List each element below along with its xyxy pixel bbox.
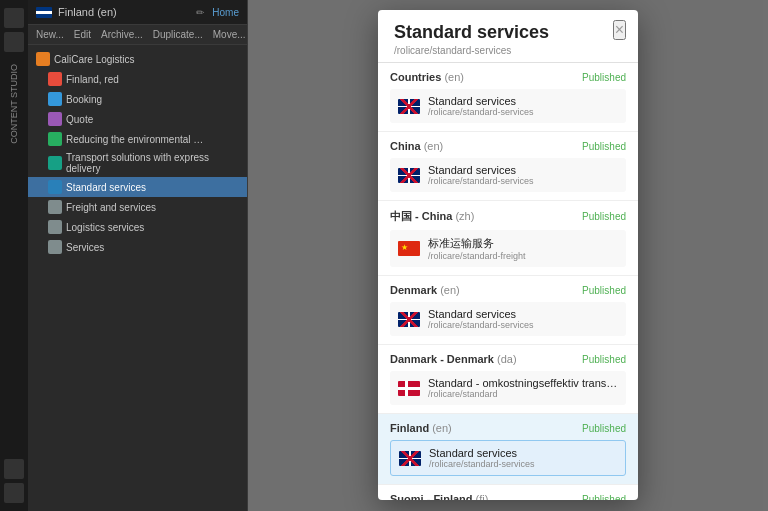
- item-path-denmark-en: /rolicare/standard-services: [428, 320, 618, 330]
- lang-section-denmark-da: Danmark - Denmark (da) Published Standar…: [378, 345, 638, 414]
- lang-section-china-zh: 中国 - China (zh) Published 标准运输服务 /rolica…: [378, 201, 638, 276]
- tree-item-finland-red[interactable]: Finland, red: [28, 69, 247, 89]
- lang-header-finland-en: Finland (en) Published: [390, 422, 626, 434]
- lang-header-denmark-da: Danmark - Denmark (da) Published: [390, 353, 626, 365]
- item-info-china-en: Standard services /rolicare/standard-ser…: [428, 164, 618, 186]
- move-button[interactable]: Move...: [213, 29, 246, 40]
- item-title-denmark-da: Standard - omkostningseffektiv transport…: [428, 377, 618, 389]
- toolbar-icon-2[interactable]: [4, 32, 24, 52]
- item-path-denmark-da: /rolicare/standard: [428, 389, 618, 399]
- app-background: CONTENT STUDIO Finland (en) ✏ Home New..…: [0, 0, 768, 511]
- content-item-finland-en[interactable]: Standard services /rolicare/standard-ser…: [390, 440, 626, 476]
- item-title-finland-en: Standard services: [429, 447, 617, 459]
- lang-name-suomi-fi: Suomi - Finland (fi): [390, 493, 488, 500]
- main-content: Standard services /rolicare/standard-ser…: [248, 0, 768, 511]
- lang-name-denmark-en: Denmark (en): [390, 284, 460, 296]
- lang-header-china-zh: 中国 - China (zh) Published: [390, 209, 626, 224]
- flag-uk-denmark-en: [398, 312, 420, 327]
- tree-item-logistics[interactable]: Logistics services: [28, 217, 247, 237]
- modal-overlay: Standard services /rolicare/standard-ser…: [248, 0, 768, 511]
- modal-close-button[interactable]: ×: [613, 20, 626, 40]
- lang-header-countries: Countries (en) Published: [390, 71, 626, 83]
- published-badge-china-zh: Published: [582, 211, 626, 222]
- sidebar-header: Finland (en) ✏ Home: [28, 0, 247, 25]
- lang-name-finland-en: Finland (en): [390, 422, 452, 434]
- item-path-finland-en: /rolicare/standard-services: [429, 459, 617, 469]
- toolbar-icon-4[interactable]: [4, 483, 24, 503]
- content-item-china-zh[interactable]: 标准运输服务 /rolicare/standard-freight: [390, 230, 626, 267]
- archive-button[interactable]: Archive...: [101, 29, 143, 40]
- content-studio-label: CONTENT STUDIO: [9, 64, 19, 144]
- item-info-countries: Standard services /rolicare/standard-ser…: [428, 95, 618, 117]
- flag-dk-denmark: [398, 381, 420, 396]
- lang-section-denmark-en: Denmark (en) Published Standard services…: [378, 276, 638, 345]
- published-badge-finland-en: Published: [582, 423, 626, 434]
- left-toolbar: CONTENT STUDIO: [0, 0, 28, 511]
- published-badge-denmark-en: Published: [582, 285, 626, 296]
- modal-title: Standard services: [394, 22, 622, 43]
- content-item-denmark-en[interactable]: Standard services /rolicare/standard-ser…: [390, 302, 626, 336]
- item-info-denmark-en: Standard services /rolicare/standard-ser…: [428, 308, 618, 330]
- finland-flag: [36, 7, 52, 18]
- modal-header: Standard services /rolicare/standard-ser…: [378, 10, 638, 63]
- published-badge-china-en: Published: [582, 141, 626, 152]
- header-actions: ✏ Home: [196, 7, 239, 18]
- header-country: Finland (en): [58, 6, 117, 18]
- standard-services-modal: Standard services /rolicare/standard-ser…: [378, 10, 638, 500]
- modal-path: /rolicare/standard-services: [394, 45, 622, 56]
- content-toolbar: New... Edit Archive... Duplicate... Move…: [28, 25, 247, 45]
- item-info-china-zh: 标准运输服务 /rolicare/standard-freight: [428, 236, 618, 261]
- item-path-countries: /rolicare/standard-services: [428, 107, 618, 117]
- lang-name-china-en: China (en): [390, 140, 443, 152]
- content-item-denmark-da[interactable]: Standard - omkostningseffektiv transport…: [390, 371, 626, 405]
- item-info-denmark-da: Standard - omkostningseffektiv transport…: [428, 377, 618, 399]
- published-badge-countries: Published: [582, 72, 626, 83]
- tree-item-services[interactable]: Services: [28, 237, 247, 257]
- tree-item-booking[interactable]: Booking: [28, 89, 247, 109]
- toolbar-icon-1[interactable]: [4, 8, 24, 28]
- item-title-china-zh: 标准运输服务: [428, 236, 618, 251]
- item-info-finland-en: Standard services /rolicare/standard-ser…: [429, 447, 617, 469]
- duplicate-button[interactable]: Duplicate...: [153, 29, 203, 40]
- tree-item-calicare[interactable]: CaliCare Logistics: [28, 49, 247, 69]
- item-title-countries: Standard services: [428, 95, 618, 107]
- lang-header-denmark-en: Denmark (en) Published: [390, 284, 626, 296]
- flag-uk-finland-en: [399, 451, 421, 466]
- tree-item-freight[interactable]: Freight and services: [28, 197, 247, 217]
- content-tree: CaliCare Logistics Finland, red Booking …: [28, 45, 247, 261]
- lang-section-countries: Countries (en) Published Standard servic…: [378, 63, 638, 132]
- lang-name-countries: Countries (en): [390, 71, 464, 83]
- flag-cn-china-zh: [398, 241, 420, 256]
- tree-item-standard-services[interactable]: Standard services: [28, 177, 247, 197]
- content-sidebar: Finland (en) ✏ Home New... Edit Archive.…: [28, 0, 248, 511]
- item-title-china-en: Standard services: [428, 164, 618, 176]
- toolbar-icon-3[interactable]: [4, 459, 24, 479]
- lang-name-denmark-da: Danmark - Denmark (da): [390, 353, 517, 365]
- flag-uk-countries: [398, 99, 420, 114]
- lang-header-china-en: China (en) Published: [390, 140, 626, 152]
- tree-item-environmental[interactable]: Reducing the environmental footprint on …: [28, 129, 247, 149]
- new-button[interactable]: New...: [36, 29, 64, 40]
- edit-button[interactable]: Edit: [74, 29, 91, 40]
- lang-name-china-zh: 中国 - China (zh): [390, 209, 474, 224]
- content-item-countries[interactable]: Standard services /rolicare/standard-ser…: [390, 89, 626, 123]
- flag-uk-china-en: [398, 168, 420, 183]
- lang-section-china-en: China (en) Published Standard services /…: [378, 132, 638, 201]
- modal-body[interactable]: Countries (en) Published Standard servic…: [378, 63, 638, 500]
- content-item-china-en[interactable]: Standard services /rolicare/standard-ser…: [390, 158, 626, 192]
- lang-section-suomi-fi: Suomi - Finland (fi) Published Vakiopalv…: [378, 485, 638, 500]
- published-badge-denmark-da: Published: [582, 354, 626, 365]
- lang-section-finland-en: Finland (en) Published Standard services…: [378, 414, 638, 485]
- home-link[interactable]: Home: [212, 7, 239, 18]
- item-title-denmark-en: Standard services: [428, 308, 618, 320]
- published-badge-suomi-fi: Published: [582, 494, 626, 501]
- tree-item-transport[interactable]: Transport solutions with express deliver…: [28, 149, 247, 177]
- lang-header-suomi-fi: Suomi - Finland (fi) Published: [390, 493, 626, 500]
- item-path-china-en: /rolicare/standard-services: [428, 176, 618, 186]
- tree-item-quote[interactable]: Quote: [28, 109, 247, 129]
- item-path-china-zh: /rolicare/standard-freight: [428, 251, 618, 261]
- edit-icon[interactable]: ✏: [196, 7, 204, 18]
